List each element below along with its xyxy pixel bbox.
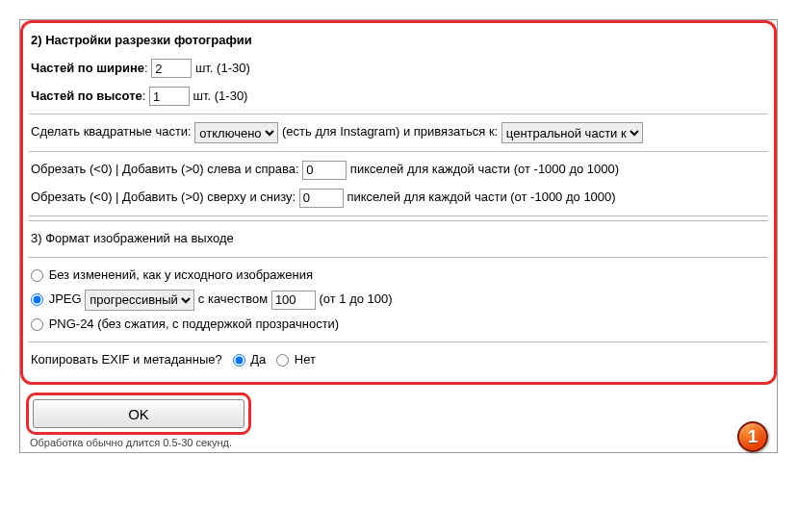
format-opt1-text: Без изменений, как у исходного изображен… (49, 267, 313, 282)
submit-area: OK Обработка обычно длится 0.5-30 секунд… (20, 385, 777, 452)
height-label: Частей по высоте (31, 89, 142, 103)
crop-lr-label: Обрезать (<0) | Добавить (>0) слева и сп… (31, 162, 299, 176)
divider (29, 220, 768, 221)
square-row: Сделать квадратные части: отключено (ест… (29, 118, 768, 147)
format-radio-nochange[interactable] (31, 269, 43, 282)
format-opt1-row: Без изменений, как у исходного изображен… (29, 262, 768, 290)
jpeg-type-select[interactable]: прогрессивный (85, 290, 194, 311)
format-radio-png[interactable] (31, 318, 43, 331)
settings-panel: 2) Настройки разрезки фотографии Частей … (19, 19, 778, 453)
ok-button[interactable]: OK (33, 399, 244, 428)
square-label: Сделать квадратные части: (31, 125, 192, 139)
format-opt3-text: PNG-24 (без сжатия, с поддержкой прозрач… (49, 317, 340, 331)
divider (29, 342, 768, 342)
exif-no-text: Нет (295, 352, 316, 367)
width-label: Частей по ширине (31, 61, 144, 75)
divider (29, 215, 768, 216)
height-unit: шт. (1-30) (193, 89, 248, 103)
format-opt2-prefix: JPEG (49, 291, 82, 306)
format-opt3-label[interactable]: PNG-24 (без сжатия, с поддержкой прозрач… (31, 317, 339, 331)
height-row: Частей по высоте: шт. (1-30) (29, 83, 768, 111)
exif-no-label[interactable]: Нет (276, 352, 316, 367)
format-opt1-label[interactable]: Без изменений, как у исходного изображен… (31, 267, 313, 282)
width-row: Частей по ширине: шт. (1-30) (29, 55, 768, 83)
format-opt2-mid: с качеством (198, 291, 268, 306)
height-input[interactable] (149, 87, 190, 106)
exif-label: Копировать EXIF и метаданные? (31, 352, 222, 367)
width-input[interactable] (151, 59, 192, 78)
jpeg-quality-input[interactable] (271, 291, 316, 310)
format-opt3-row: PNG-24 (без сжатия, с поддержкой прозрач… (29, 311, 768, 339)
format-radio-jpeg[interactable] (31, 293, 43, 306)
crop-lr-row: Обрезать (<0) | Добавить (>0) слева и сп… (29, 156, 768, 184)
crop-tb-row: Обрезать (<0) | Добавить (>0) сверху и с… (29, 184, 768, 212)
anchor-select[interactable]: центральной части к (501, 122, 643, 143)
divider (29, 114, 768, 114)
crop-lr-after: пикселей для каждой части (от -1000 до 1… (350, 162, 619, 176)
section2-title: 2) Настройки разрезки фотографии (29, 27, 768, 55)
square-select[interactable]: отключено (194, 122, 278, 143)
exif-yes-text: Да (250, 352, 266, 367)
exif-row: Копировать EXIF и метаданные? Да Нет (29, 346, 768, 374)
divider (29, 151, 768, 152)
settings-highlight: 2) Настройки разрезки фотографии Частей … (20, 20, 777, 385)
divider (29, 257, 768, 258)
crop-tb-input[interactable] (299, 189, 344, 208)
format-opt2-label[interactable]: JPEG (31, 291, 85, 306)
processing-hint: Обработка обычно длится 0.5-30 секунд. (26, 437, 771, 448)
annotation-badge-1: 1 (737, 421, 768, 452)
exif-yes-label[interactable]: Да (233, 352, 270, 367)
exif-radio-no[interactable] (276, 354, 289, 367)
format-opt2-after: (от 1 до 100) (320, 291, 393, 306)
section3-title: 3) Формат изображений на выходе (29, 225, 768, 253)
square-after: (есть для Instagram) и привязаться к: (282, 125, 498, 139)
ok-highlight: OK (26, 393, 251, 435)
exif-radio-yes[interactable] (233, 354, 245, 367)
width-unit: шт. (1-30) (195, 61, 250, 75)
crop-tb-after: пикселей для каждой части (от -1000 до 1… (347, 190, 615, 204)
crop-lr-input[interactable] (302, 161, 347, 180)
format-opt2-row: JPEG прогрессивный с качеством (от 1 до … (29, 290, 768, 311)
crop-tb-label: Обрезать (<0) | Добавить (>0) сверху и с… (31, 190, 296, 204)
